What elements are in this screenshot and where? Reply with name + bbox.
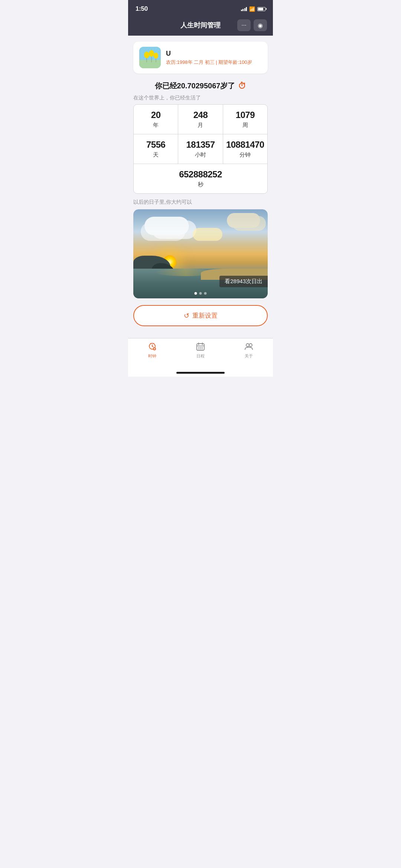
- months-unit: 月: [198, 122, 203, 129]
- image-overlay: 看28943次日出: [219, 276, 268, 287]
- weeks-unit: 周: [242, 122, 248, 129]
- svg-point-26: [249, 344, 252, 347]
- days-value: 7556: [146, 140, 165, 150]
- clock-tab-icon: [147, 341, 157, 352]
- nav-bar: 人生时间管理 ··· ◉: [128, 16, 273, 36]
- main-content: U 农历:1998年 二月 初三 | 期望年龄:100岁 你已经20.70295…: [128, 36, 273, 338]
- hours-unit: 小时: [195, 151, 206, 158]
- clock-tab-label: 时钟: [148, 353, 156, 359]
- profile-meta: 农历:1998年 二月 初三 | 期望年龄:100岁: [166, 59, 262, 66]
- svg-rect-21: [202, 347, 203, 348]
- more-icon: ···: [241, 22, 246, 29]
- battery-icon: [257, 7, 265, 11]
- stats-row-2: 7556 天 181357 小时 10881470 分钟: [134, 134, 267, 164]
- reset-button[interactable]: ↺ 重新设置: [133, 305, 268, 326]
- more-button[interactable]: ···: [237, 19, 251, 31]
- minutes-unit: 分钟: [239, 151, 251, 158]
- nav-actions: ··· ◉: [237, 19, 267, 31]
- stats-row-1: 20 年 248 月 1079 周: [134, 105, 267, 134]
- days-unit: 天: [153, 151, 159, 158]
- profile-name: U: [166, 50, 262, 58]
- cloud3: [193, 228, 222, 241]
- minutes-value: 10881470: [226, 140, 264, 150]
- age-section: 你已经20.70295067岁了 ⏱: [133, 81, 268, 91]
- cloud2: [227, 213, 260, 228]
- profile-card: U 农历:1998年 二月 初三 | 期望年龄:100岁: [133, 42, 268, 73]
- dot-3: [204, 292, 207, 295]
- record-icon: ◉: [258, 22, 263, 29]
- stats-cell-seconds: 652888252 秒: [134, 164, 267, 193]
- about-tab-label: 关于: [245, 353, 253, 359]
- clock-settings-icon[interactable]: ⏱: [238, 81, 246, 91]
- schedule-tab-icon: [195, 341, 206, 352]
- stats-cell-hours: 181357 小时: [178, 134, 223, 164]
- signal-icon: [241, 7, 247, 11]
- svg-point-3: [144, 52, 149, 58]
- dot-indicators: [195, 292, 207, 295]
- status-bar: 1:50 📶: [128, 0, 273, 16]
- wifi-icon: 📶: [249, 6, 255, 12]
- profile-info: U 农历:1998年 二月 初三 | 期望年龄:100岁: [166, 50, 262, 66]
- nav-title: 人生时间管理: [180, 21, 221, 30]
- reset-label: 重新设置: [192, 311, 218, 320]
- stats-table: 20 年 248 月 1079 周 7556 天 181357 小时: [133, 104, 268, 194]
- schedule-tab-label: 日程: [196, 353, 205, 359]
- about-tab-icon: [244, 341, 254, 352]
- svg-rect-20: [200, 347, 201, 348]
- age-title: 你已经20.70295067岁了 ⏱: [133, 81, 268, 91]
- svg-rect-22: [198, 348, 199, 349]
- svg-line-11: [152, 346, 153, 347]
- tab-clock[interactable]: 时钟: [128, 341, 176, 359]
- hours-value: 181357: [186, 140, 215, 150]
- years-value: 20: [151, 110, 161, 120]
- cloud1: [144, 217, 189, 235]
- seconds-unit: 秒: [198, 181, 203, 188]
- age-text: 你已经20.70295067岁了: [155, 81, 235, 91]
- home-indicator-bar: [176, 372, 225, 374]
- reset-icon: ↺: [184, 312, 189, 320]
- svg-point-4: [149, 50, 154, 57]
- svg-rect-24: [202, 348, 203, 349]
- status-icons: 📶: [241, 6, 266, 12]
- status-time: 1:50: [136, 5, 148, 13]
- future-label: 以后的日子里,你大约可以: [133, 199, 268, 206]
- months-value: 248: [193, 110, 208, 120]
- stats-cell-years: 20 年: [134, 105, 178, 134]
- stats-row-3: 652888252 秒: [134, 164, 267, 193]
- stats-cell-days: 7556 天: [134, 134, 178, 164]
- tab-schedule[interactable]: 日程: [176, 341, 225, 359]
- lived-label: 在这个世界上，你已经生活了: [133, 95, 268, 101]
- tab-about[interactable]: 关于: [225, 341, 273, 359]
- home-indicator: [128, 366, 273, 377]
- svg-point-5: [154, 53, 158, 59]
- tab-bar: 时钟 日程: [128, 338, 273, 366]
- stats-cell-months: 248 月: [178, 105, 223, 134]
- weeks-value: 1079: [236, 110, 255, 120]
- svg-rect-19: [198, 347, 199, 348]
- dot-2: [199, 292, 202, 295]
- svg-rect-23: [200, 348, 201, 349]
- svg-rect-2: [139, 60, 161, 68]
- svg-point-25: [246, 344, 249, 347]
- seconds-value: 652888252: [179, 169, 222, 180]
- stats-cell-minutes: 10881470 分钟: [223, 134, 267, 164]
- avatar: [139, 47, 161, 68]
- image-card: 看28943次日出: [133, 209, 268, 298]
- years-unit: 年: [153, 122, 159, 129]
- stats-cell-weeks: 1079 周: [223, 105, 267, 134]
- dot-1: [195, 292, 197, 295]
- record-button[interactable]: ◉: [254, 19, 267, 31]
